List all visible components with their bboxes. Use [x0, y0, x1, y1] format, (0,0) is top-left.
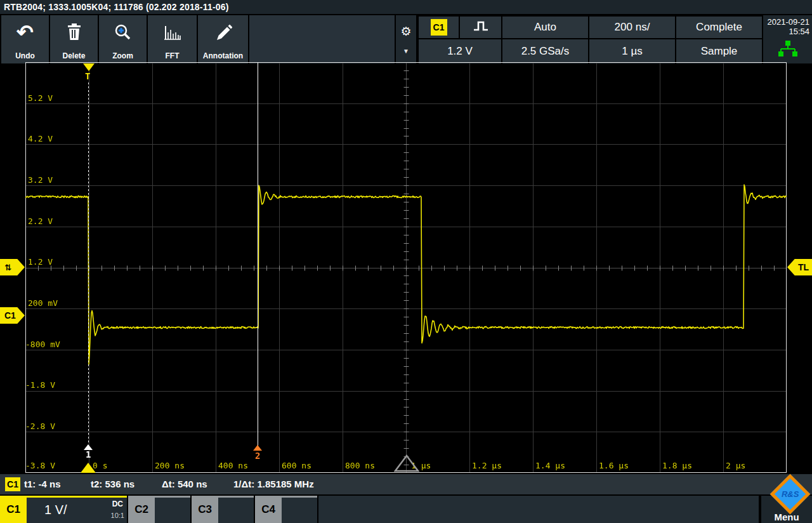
waveform-graticule-canvas[interactable] [25, 62, 787, 473]
trash-icon [67, 15, 82, 49]
y-axis-label: 5.2 V [28, 93, 53, 103]
acquisition-state-value: Complete [696, 21, 742, 34]
x-axis-label: 400 ns [218, 461, 248, 470]
trigger-level-marker[interactable]: TL [787, 259, 812, 275]
cursor2-line[interactable] [258, 62, 258, 446]
reference-point-marker[interactable] [394, 454, 419, 472]
channel1-badge-label: C1 [6, 503, 20, 516]
cursor-t2-readout: t2: 536 ns [91, 479, 134, 489]
pencil-icon [214, 15, 232, 49]
channel4-badge-label: C4 [261, 503, 275, 516]
logo-text: R&S [782, 489, 799, 499]
x-axis-label: 600 ns [282, 461, 311, 470]
y-axis-label: -800 mV [25, 340, 60, 349]
acquisition-state-cell[interactable]: Complete [676, 17, 762, 38]
record-time-cell[interactable]: 1 µs [589, 39, 675, 63]
x-axis-label: 800 ns [345, 461, 375, 470]
cursor-t1-readout: t1: -4 ns [24, 479, 61, 489]
trigger-slope-cell[interactable] [460, 17, 501, 38]
lan-network-icon [778, 41, 797, 59]
undo-label: Undo [15, 51, 35, 60]
trigger-position-marker[interactable] [83, 63, 95, 71]
channel1-button[interactable]: C1 [0, 496, 27, 523]
cursor-freq-readout: 1/Δt: 1.85185 MHz [233, 479, 314, 489]
trigger-mode-value: Auto [534, 21, 556, 34]
offset-arrows-icon: ⇅ [4, 263, 11, 272]
undo-icon: ↶ [16, 15, 34, 49]
x-axis-label: 1.4 µs [535, 461, 565, 470]
chevron-down-icon: ▼ [403, 48, 409, 55]
channel-bar-filler [318, 496, 759, 523]
menu-label: Menu [761, 512, 812, 522]
trigger-level-cell[interactable]: 1.2 V [419, 39, 501, 63]
channel2-badge-label: C2 [134, 503, 148, 516]
sample-rate-value: 2.5 GSa/s [521, 45, 570, 58]
y-axis-label: 1.2 V [28, 257, 53, 267]
y-axis-label: -3.8 V [25, 461, 55, 470]
zoom-icon [114, 15, 132, 49]
trigger-time-marker[interactable] [81, 463, 96, 473]
timebase-cell[interactable]: 200 ns/ [589, 17, 675, 38]
channel3-settings-panel[interactable] [218, 496, 254, 523]
oscilloscope-screen: RTB2004; 1333.1005K04; 111786 (02.202 20… [0, 0, 812, 523]
record-time-value: 1 µs [622, 45, 642, 58]
fft-button[interactable]: FFT [148, 15, 197, 63]
pulse-edge-icon [471, 20, 490, 36]
channel1-position-marker[interactable]: C1 [0, 307, 25, 324]
acquisition-mode-cell[interactable]: Sample [676, 39, 762, 63]
channel1-settings-panel[interactable]: 1 V/ DC 10:1 [27, 496, 127, 523]
trigger-source-cell[interactable]: C1 [419, 17, 459, 38]
title-bar: RTB2004; 1333.1005K04; 111786 (02.202 20… [0, 0, 812, 14]
settings-gear-button[interactable]: ⚙ ▼ [396, 15, 416, 63]
zoom-button[interactable]: Zoom [99, 15, 147, 63]
cursor-dt-readout: Δt: 540 ns [162, 479, 207, 489]
annotation-label: Annotation [203, 51, 243, 60]
y-axis-label: -2.8 V [25, 421, 55, 431]
y-axis-label: 200 mV [28, 298, 58, 308]
toolbar-filler [249, 15, 395, 63]
zoom-label: Zoom [112, 51, 133, 60]
measurement-bar: C1 t1: -4 ns t2: 536 ns Δt: 540 ns 1/Δt:… [0, 474, 812, 494]
gear-icon: ⚙ [400, 24, 411, 39]
trigger-cursor1-line[interactable] [88, 83, 89, 444]
x-axis-label: 1.6 µs [599, 461, 629, 470]
x-axis-label: 200 ns [155, 461, 185, 470]
x-axis-label: 2 µs [726, 461, 745, 470]
measurement-channel-badge: C1 [5, 477, 20, 491]
channel3-badge-label: C3 [198, 503, 212, 516]
y-axis-label: 2.2 V [28, 216, 53, 226]
channel1-coupling: DC [112, 500, 123, 508]
channel1-scale: 1 V/ [44, 503, 67, 517]
datetime-panel: 2021-09-21 15:54 [763, 15, 812, 63]
trigger-level-value: 1.2 V [447, 45, 473, 58]
trigger-position-label: T [85, 71, 90, 81]
channel2-button[interactable]: C2 [128, 496, 155, 523]
channel1-marker-label: C1 [4, 310, 16, 321]
trigger-level-marker-label: TL [798, 262, 809, 272]
annotation-button[interactable]: Annotation [198, 15, 248, 63]
trigger-mode-cell[interactable]: Auto [502, 17, 588, 38]
channel4-settings-panel[interactable] [282, 496, 317, 523]
x-axis-label: 1.2 µs [472, 461, 502, 470]
x-axis-label: 1.8 µs [662, 461, 692, 470]
fft-label: FFT [166, 51, 180, 60]
cursor2-marker[interactable] [253, 445, 262, 451]
sample-rate-cell[interactable]: 2.5 GSa/s [502, 39, 588, 63]
acquisition-mode-value: Sample [701, 45, 738, 58]
y-axis-label: 4.2 V [28, 134, 53, 143]
y-axis-label: -1.8 V [25, 380, 55, 390]
channel2-settings-panel[interactable] [155, 496, 190, 523]
cursor2-label: 2 [255, 451, 260, 461]
time-text: 15:54 [763, 27, 809, 36]
device-id-text: RTB2004; 1333.1005K04; 111786 (02.202 20… [4, 2, 229, 12]
channel-offset-marker[interactable]: ⇅ [0, 259, 25, 275]
channel1-probe: 10:1 [111, 512, 124, 519]
channel4-button[interactable]: C4 [255, 496, 282, 523]
timebase-value: 200 ns/ [615, 21, 650, 34]
undo-button[interactable]: ↶ Undo [1, 15, 49, 63]
delete-button[interactable]: Delete [50, 15, 98, 63]
date-text: 2021-09-21 [763, 17, 809, 27]
fft-spectrum-icon [163, 15, 182, 49]
channel3-button[interactable]: C3 [192, 496, 218, 523]
trigger-source-badge: C1 [431, 19, 447, 36]
